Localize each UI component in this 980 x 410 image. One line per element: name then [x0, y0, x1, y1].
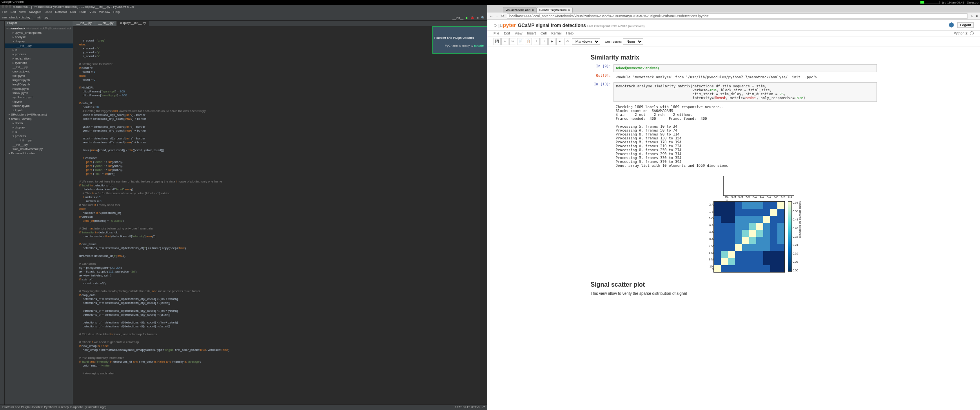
- ylabel: 2-A: [708, 203, 713, 206]
- tree-node[interactable]: solo_iterativesmax.py: [5, 147, 73, 151]
- jp-menu-kernel[interactable]: Kernel: [551, 31, 561, 35]
- pycharm-menubar[interactable]: File Edit View Navigate Code Refactor Ru…: [0, 10, 487, 15]
- tree-node[interactable]: SRclusters (~/SRclusters): [5, 112, 73, 117]
- stop-icon[interactable]: ■: [477, 16, 479, 20]
- tree-node[interactable]: file.ipynb: [5, 74, 73, 78]
- menu-window[interactable]: Window: [99, 10, 110, 15]
- tree-node[interactable]: thresh.ipynb: [5, 104, 73, 108]
- celltype-select[interactable]: Markdown: [572, 38, 600, 45]
- update-popup[interactable]: Platform and Plugin Updates PyCharm is r…: [432, 26, 487, 54]
- breadcrumb-2[interactable]: __init__.py: [33, 16, 49, 19]
- menu-file[interactable]: File: [2, 10, 7, 15]
- menu-view[interactable]: View: [19, 10, 26, 15]
- chrome-tab-0[interactable]: visualizations and×: [503, 7, 537, 13]
- back-icon[interactable]: ←: [490, 14, 493, 18]
- cut-icon[interactable]: ✂: [509, 38, 516, 45]
- star-icon[interactable]: ☆: [970, 14, 973, 18]
- tree-node[interactable]: io: [5, 48, 73, 52]
- menu-code[interactable]: Code: [44, 10, 52, 15]
- tree-node[interactable]: img3D.ipynb: [5, 82, 73, 87]
- paste-icon[interactable]: 📋: [525, 38, 532, 45]
- jp-menu-help[interactable]: Help: [566, 31, 573, 35]
- tree-node[interactable]: img2D.ipynb: [5, 78, 73, 82]
- debug-icon[interactable]: 🐞: [470, 16, 474, 20]
- in9-code[interactable]: reload(memotrack.analyse): [613, 64, 877, 72]
- project-root[interactable]: memotrack ~/memotrack/Python/memotrack: [5, 26, 73, 31]
- tree-node[interactable]: synthetic.ipynb: [5, 95, 73, 99]
- project-header[interactable]: Project: [5, 21, 73, 26]
- heading-scatter: Signal scatter plot: [591, 281, 877, 288]
- run-config[interactable]: __init__: [452, 16, 463, 20]
- url-input[interactable]: localhost:4444/local_notebook/notebooks/…: [507, 13, 968, 19]
- breadcrumb-0[interactable]: memotrack: [2, 16, 18, 19]
- tree-node[interactable]: analyse: [5, 35, 73, 39]
- run-icon[interactable]: ▶: [548, 38, 555, 45]
- jp-menu-view[interactable]: View: [515, 31, 522, 35]
- copy-icon[interactable]: 📄: [517, 38, 524, 45]
- breadcrumb-1[interactable]: display: [21, 16, 31, 19]
- code-editor[interactable]: Platform and Plugin Updates PyCharm is r…: [73, 26, 487, 405]
- tree-node[interactable]: nuclei.ipynb: [5, 87, 73, 91]
- kernel-name: Python 2: [953, 31, 967, 35]
- menu-navigate[interactable]: Navigate: [29, 10, 42, 15]
- tree-node[interactable]: display: [5, 39, 73, 43]
- chrome-tab-1[interactable]: GCaMP signal from×: [537, 7, 573, 13]
- chrome-tabstrip[interactable]: visualizations and× GCaMP signal from×: [487, 5, 980, 13]
- tree-node[interactable]: __init__.py: [5, 138, 73, 143]
- interrupt-icon[interactable]: ■: [556, 38, 563, 45]
- tool-strip-left[interactable]: [0, 21, 5, 405]
- editor-tabs[interactable]: __init__.py __init__.py display/__init__…: [73, 21, 487, 26]
- notebook-content[interactable]: Similarity matrix In [9]: reload(memotra…: [487, 47, 980, 410]
- jp-menu-insert[interactable]: Insert: [527, 31, 536, 35]
- restart-icon[interactable]: ⟳: [564, 38, 571, 45]
- popup-link[interactable]: update: [474, 44, 483, 47]
- tree-node[interactable]: display: [5, 125, 73, 130]
- tree-node[interactable]: process: [5, 52, 73, 56]
- menu-vcs[interactable]: VCS: [89, 10, 96, 15]
- jp-menu-cell[interactable]: Cell: [541, 31, 547, 35]
- menu-run[interactable]: Run: [70, 10, 76, 15]
- tree-node[interactable]: z.ipynb: [5, 108, 73, 112]
- search-icon[interactable]: 🔍: [481, 16, 485, 20]
- jp-menu-edit[interactable]: Edit: [504, 31, 510, 35]
- add-cell-icon[interactable]: +: [501, 38, 508, 45]
- heatmap-cell: [749, 237, 756, 244]
- editor-tab-0[interactable]: __init__.py: [73, 21, 95, 26]
- tree-node[interactable]: check: [5, 121, 73, 125]
- menu-tools[interactable]: Tools: [79, 10, 87, 15]
- tree-node[interactable]: __init__.py: [5, 143, 73, 147]
- editor-tab-1[interactable]: __init__.py: [95, 21, 117, 26]
- move-down-icon[interactable]: ↓: [541, 38, 548, 45]
- move-up-icon[interactable]: ↑: [533, 38, 540, 45]
- tree-node[interactable]: process: [5, 134, 73, 138]
- tree-node[interactable]: External Libraries: [5, 151, 73, 155]
- in10-code[interactable]: memotrack.analyse.similarity_matrix(dete…: [613, 82, 877, 102]
- heatmap-cell: [714, 216, 721, 223]
- tree-node[interactable]: __init__.py: [5, 65, 73, 69]
- save-icon[interactable]: 💾: [494, 38, 501, 45]
- menu-icon[interactable]: ≡: [976, 14, 978, 18]
- close-icon[interactable]: ×: [532, 8, 534, 12]
- close-icon[interactable]: ×: [568, 8, 570, 12]
- tree-node[interactable]: io: [5, 130, 73, 134]
- menu-refactor[interactable]: Refactor: [55, 10, 67, 15]
- tree-node[interactable]: coords.ipynb: [5, 69, 73, 74]
- tree-node[interactable]: show.ipynb: [5, 91, 73, 95]
- tree-node[interactable]: smax (~/smax): [5, 117, 73, 121]
- celltoolbar-select[interactable]: None: [623, 38, 643, 45]
- jp-menu-file[interactable]: File: [494, 31, 499, 35]
- forward-icon[interactable]: →: [495, 14, 499, 18]
- menu-edit[interactable]: Edit: [11, 10, 16, 15]
- notebook-title[interactable]: GCaMP signal from detections: [518, 23, 586, 28]
- tree-node[interactable]: synthetic: [5, 61, 73, 65]
- menu-help[interactable]: Help: [113, 10, 120, 15]
- tree-node[interactable]: .ipynb_checkpoints: [5, 31, 73, 35]
- editor-tab-2[interactable]: display/__init__.py: [117, 21, 149, 26]
- tree-node[interactable]: t.ipynb: [5, 99, 73, 104]
- logout-button[interactable]: Logout: [957, 22, 974, 28]
- reload-icon[interactable]: ⟳: [501, 14, 505, 18]
- jupyter-logo[interactable]: ○ jupyter: [494, 22, 516, 28]
- tree-node[interactable]: registration: [5, 56, 73, 61]
- run-icon[interactable]: ▶: [466, 16, 468, 20]
- tree-node[interactable]: __init__.py: [5, 43, 73, 48]
